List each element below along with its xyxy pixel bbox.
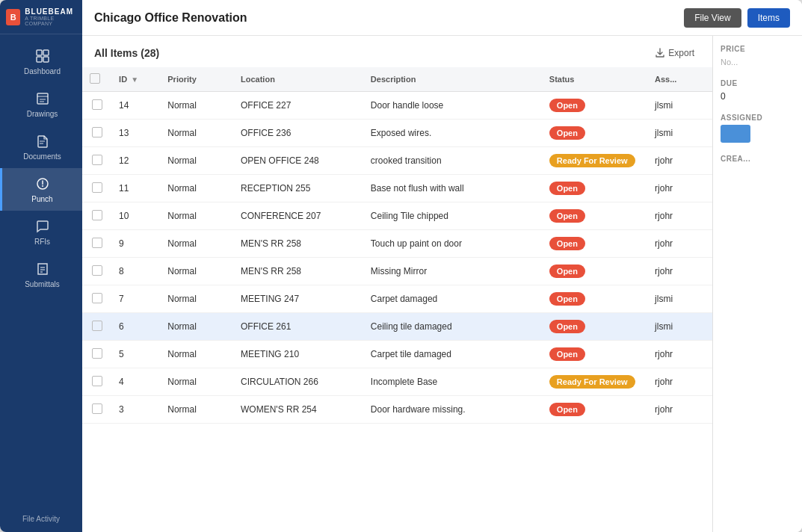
sidebar-item-punch[interactable]: Punch: [0, 168, 82, 211]
panel-price-value: No...: [721, 58, 738, 66]
table-row[interactable]: 12 Normal OPEN OFFICE 248 crooked transi…: [82, 147, 712, 175]
table-row[interactable]: 10 Normal CONFERENCE 207 Ceiling Tile ch…: [82, 202, 712, 230]
status-badge: Open: [549, 126, 585, 140]
panel-due-field: Due 0: [721, 79, 795, 102]
sidebar-item-label-submittals: Submittals: [25, 280, 60, 288]
row-checkbox-cell: [82, 230, 111, 258]
select-all-checkbox[interactable]: [90, 73, 100, 84]
status-badge: Open: [549, 292, 585, 306]
table-row[interactable]: 13 Normal OFFICE 236 Exposed wires. Open…: [82, 120, 712, 147]
row-priority: Normal: [160, 313, 233, 341]
row-priority: Normal: [160, 120, 233, 147]
row-id: 5: [111, 341, 160, 368]
row-checkbox[interactable]: [92, 376, 102, 386]
row-description: Ceiling tile damaged: [363, 313, 542, 341]
table-body: 14 Normal OFFICE 227 Door handle loose O…: [82, 92, 712, 424]
sidebar-item-submittals[interactable]: Submittals: [0, 253, 82, 296]
table-row[interactable]: 8 Normal MEN'S RR 258 Missing Mirror Ope…: [82, 258, 712, 285]
row-status: Open: [542, 313, 647, 341]
row-id: 10: [111, 202, 160, 230]
row-location: MEN'S RR 258: [233, 258, 363, 285]
row-location: OPEN OFFICE 248: [233, 147, 363, 175]
row-checkbox[interactable]: [92, 210, 102, 220]
export-label: Export: [668, 48, 694, 58]
documents-icon: [34, 133, 51, 149]
row-checkbox[interactable]: [92, 321, 102, 331]
row-location: CIRCULATION 266: [233, 368, 363, 396]
col-id[interactable]: ID ▼: [111, 67, 160, 92]
sidebar-item-documents[interactable]: Documents: [0, 126, 82, 168]
row-checkbox[interactable]: [92, 293, 102, 303]
top-bar-actions: File View Items: [684, 8, 790, 28]
col-status[interactable]: Status: [542, 67, 647, 92]
status-badge: Open: [549, 237, 585, 250]
row-priority: Normal: [160, 230, 233, 258]
row-id: 8: [111, 258, 160, 285]
row-priority: Normal: [160, 147, 233, 175]
svg-rect-4: [37, 93, 48, 104]
table-row[interactable]: 7 Normal MEETING 247 Carpet damaged Open…: [82, 285, 712, 313]
row-id: 12: [111, 147, 160, 175]
col-location[interactable]: Location: [233, 67, 363, 92]
status-badge: Open: [549, 265, 585, 278]
panel-created-field: Crea...: [721, 155, 795, 166]
table-row[interactable]: 3 Normal WOMEN'S RR 254 Door hardware mi…: [82, 396, 712, 424]
row-description: crooked transition: [363, 147, 542, 175]
row-location: WOMEN'S RR 254: [233, 396, 363, 424]
row-status: Ready For Review: [542, 368, 647, 396]
table-row[interactable]: 4 Normal CIRCULATION 266 Incomplete Base…: [82, 368, 712, 396]
table-wrapper[interactable]: ID ▼ Priority Location Description Statu…: [82, 67, 712, 532]
logo-text-wrap: BLUEBEAM A TRIMBLE COMPANY: [25, 7, 76, 26]
export-button[interactable]: Export: [649, 45, 700, 61]
row-checkbox[interactable]: [92, 155, 102, 165]
table-row[interactable]: 5 Normal MEETING 210 Carpet tile damaged…: [82, 341, 712, 368]
row-checkbox[interactable]: [92, 127, 102, 137]
sidebar-item-dashboard[interactable]: Dashboard: [0, 40, 82, 83]
row-status: Open: [542, 92, 647, 120]
row-checkbox[interactable]: [92, 99, 102, 110]
row-location: MEN'S RR 258: [233, 230, 363, 258]
sidebar-item-rfis[interactable]: RFIs: [0, 211, 82, 253]
svg-rect-1: [43, 50, 49, 55]
row-location: OFFICE 227: [233, 92, 363, 120]
row-description: Incomplete Base: [363, 368, 542, 396]
table-header-row: ID ▼ Priority Location Description Statu…: [82, 67, 712, 92]
rfis-icon: [34, 218, 51, 235]
row-location: CONFERENCE 207: [233, 202, 363, 230]
row-checkbox[interactable]: [92, 348, 102, 359]
file-activity-link[interactable]: File Activity: [18, 506, 64, 532]
col-description[interactable]: Description: [363, 67, 542, 92]
row-assigned: rjohr: [647, 175, 712, 202]
row-description: Carpet damaged: [363, 285, 542, 313]
table-row[interactable]: 6 Normal OFFICE 261 Ceiling tile damaged…: [82, 313, 712, 341]
row-checkbox-cell: [82, 285, 111, 313]
svg-point-12: [42, 185, 43, 187]
row-checkbox[interactable]: [92, 403, 102, 414]
sidebar-item-drawings[interactable]: Drawings: [0, 83, 82, 126]
file-view-button[interactable]: File View: [684, 8, 741, 28]
table-row[interactable]: 14 Normal OFFICE 227 Door handle loose O…: [82, 92, 712, 120]
row-description: Ceiling Tile chipped: [363, 202, 542, 230]
col-priority[interactable]: Priority: [160, 67, 233, 92]
row-id: 4: [111, 368, 160, 396]
panel-price-field: Price No...: [721, 45, 795, 67]
row-assigned: rjohr: [647, 368, 712, 396]
grid-icon: [34, 48, 51, 64]
row-checkbox[interactable]: [92, 238, 102, 248]
col-assigned[interactable]: Ass...: [647, 67, 712, 92]
row-checkbox-cell: [82, 147, 111, 175]
row-status: Open: [542, 341, 647, 368]
sidebar-item-label-documents: Documents: [23, 152, 61, 161]
row-id: 6: [111, 313, 160, 341]
table-row[interactable]: 11 Normal RECEPTION 255 Base not flush w…: [82, 175, 712, 202]
row-description: Base not flush with wall: [363, 175, 542, 202]
row-status: Ready For Review: [542, 147, 647, 175]
row-description: Door handle loose: [363, 92, 542, 120]
row-checkbox[interactable]: [92, 265, 102, 276]
table-row[interactable]: 9 Normal MEN'S RR 258 Touch up paint on …: [82, 230, 712, 258]
items-button[interactable]: Items: [747, 8, 790, 28]
row-checkbox[interactable]: [92, 182, 102, 193]
row-assigned: rjohr: [647, 341, 712, 368]
sidebar: B BLUEBEAM A TRIMBLE COMPANY Dashboard: [0, 0, 82, 532]
status-badge: Open: [549, 347, 585, 361]
